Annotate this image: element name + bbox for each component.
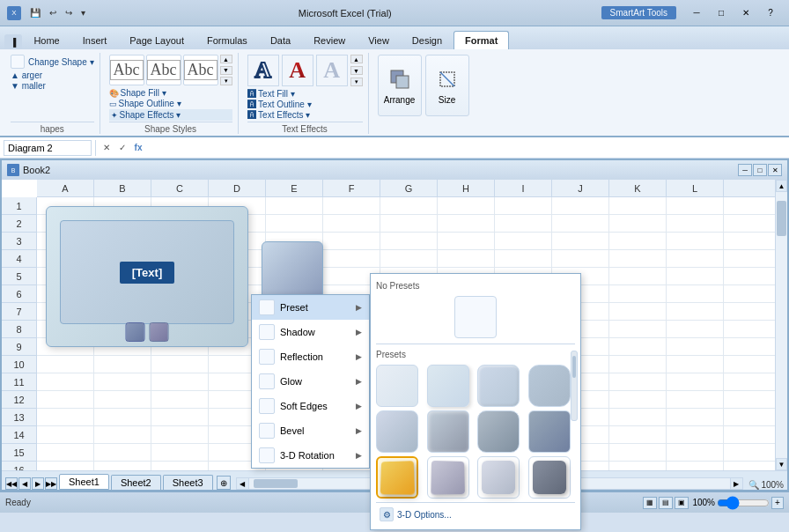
col-header-F[interactable]: F <box>323 180 380 197</box>
row-4[interactable]: 4 <box>2 250 36 268</box>
col-header-G[interactable]: G <box>380 180 438 197</box>
scroll-thumb[interactable] <box>777 201 786 236</box>
menu-item-bevel[interactable]: Bevel ▶ <box>252 418 369 443</box>
menu-item-preset[interactable]: Preset ▶ <box>252 295 369 320</box>
shape-fill-button[interactable]: 🎨 Shape Fill ▾ <box>109 88 232 98</box>
preset-item-10[interactable] <box>427 456 469 499</box>
wordart-item-1[interactable]: A <box>247 55 279 86</box>
tab-format[interactable]: Format <box>453 31 509 49</box>
book-maximize[interactable]: □ <box>753 164 767 176</box>
maximize-button[interactable]: □ <box>710 5 733 21</box>
larger-btn[interactable]: ▲ arger <box>11 70 94 80</box>
scroll-track[interactable] <box>776 192 787 458</box>
insert-function-icon[interactable]: fx <box>131 141 145 155</box>
col-header-K[interactable]: K <box>609 180 667 197</box>
preset-item-1[interactable] <box>376 365 418 407</box>
row-9[interactable]: 9 <box>2 338 36 356</box>
col-header-B[interactable]: B <box>94 180 151 197</box>
menu-item-shadow[interactable]: Shadow ▶ <box>252 320 369 344</box>
help-button[interactable]: ? <box>759 5 782 21</box>
scroll-up-arrow[interactable]: ▲ <box>776 180 787 192</box>
smaller-btn[interactable]: ▼ maller <box>11 81 94 91</box>
row-7[interactable]: 7 <box>2 303 36 321</box>
sheet-tab-2[interactable]: Sheet2 <box>111 475 161 490</box>
wordart-scroll-more[interactable]: ▾ <box>350 78 363 86</box>
style-box-3[interactable]: Abc <box>183 55 218 85</box>
row-12[interactable]: 12 <box>2 391 36 409</box>
minimize-button[interactable]: ─ <box>685 5 708 21</box>
row-14[interactable]: 14 <box>2 426 36 444</box>
wordart-scroll-up[interactable]: ▲ <box>350 55 363 63</box>
menu-item-soft-edges[interactable]: Soft Edges ▶ <box>252 394 369 418</box>
change-shape-button[interactable]: Change Shape ▾ <box>28 57 94 67</box>
text-outline-button[interactable]: 🅰 Text Outline ▾ <box>247 100 363 109</box>
zoom-slider[interactable] <box>717 499 770 507</box>
h-scroll-thumb[interactable] <box>254 479 298 488</box>
row-3[interactable]: 3 <box>2 233 36 250</box>
confirm-formula-icon[interactable]: ✓ <box>115 141 129 155</box>
col-header-E[interactable]: E <box>266 180 323 197</box>
col-header-D[interactable]: D <box>209 180 266 197</box>
book-close[interactable]: ✕ <box>768 164 782 176</box>
scroll-down-arrow[interactable]: ▼ <box>776 458 787 470</box>
h-scroll-left[interactable]: ◀ <box>237 478 249 489</box>
preset-item-7[interactable] <box>477 410 520 453</box>
nav-last[interactable]: ▶▶ <box>45 477 57 490</box>
wordart-item-2[interactable]: A <box>282 55 313 86</box>
preset-empty-box[interactable] <box>454 296 497 338</box>
col-header-J[interactable]: J <box>552 180 609 197</box>
preset-item-11[interactable] <box>477 456 520 499</box>
style-box-1[interactable]: Abc <box>109 55 144 85</box>
row-1[interactable]: 1 <box>2 197 36 215</box>
shape-outline-button[interactable]: ▭ Shape Outline ▾ <box>109 99 232 108</box>
zoom-in-btn[interactable]: + <box>771 497 784 509</box>
preset-item-12[interactable] <box>528 456 571 499</box>
text-effects-button[interactable]: 🅰 Text Effects ▾ <box>247 110 363 120</box>
col-header-H[interactable]: H <box>438 180 495 197</box>
close-button[interactable]: ✕ <box>734 5 757 21</box>
tab-design[interactable]: Design <box>401 31 453 49</box>
nav-first[interactable]: ◀◀ <box>5 477 18 490</box>
nav-prev[interactable]: ◀ <box>18 477 31 490</box>
style-scroll-up[interactable]: ▲ <box>220 55 232 63</box>
h-scroll-right[interactable]: ▶ <box>730 478 742 489</box>
redo-quick-btn[interactable]: ↪ <box>62 6 76 19</box>
nav-next[interactable]: ▶ <box>32 477 44 490</box>
smartart-diagram[interactable]: [Text] <box>46 206 248 347</box>
normal-view-btn[interactable]: ▦ <box>643 497 657 509</box>
preset-item-3[interactable] <box>477 365 520 407</box>
row-5[interactable]: 5 <box>2 268 36 285</box>
tab-review[interactable]: Review <box>302 31 357 49</box>
row-15[interactable]: 15 <box>2 444 36 462</box>
tab-view[interactable]: View <box>357 31 401 49</box>
row-11[interactable]: 11 <box>2 373 36 391</box>
page-break-btn[interactable]: ▣ <box>675 497 689 509</box>
preset-item-2[interactable] <box>427 365 469 407</box>
tab-insert[interactable]: Insert <box>71 31 119 49</box>
name-box[interactable] <box>4 140 92 156</box>
sheet-tab-3[interactable]: Sheet3 <box>163 475 213 490</box>
row-13[interactable]: 13 <box>2 409 36 426</box>
presets-scroll-thumb[interactable] <box>572 356 576 378</box>
sheet-tab-1[interactable]: Sheet1 <box>59 474 109 490</box>
row-8[interactable]: 8 <box>2 321 36 338</box>
style-box-2[interactable]: Abc <box>146 55 181 85</box>
preset-item-8[interactable] <box>528 410 571 453</box>
save-quick-btn[interactable]: 💾 <box>26 6 44 19</box>
row-6[interactable]: 6 <box>2 285 36 303</box>
size-button[interactable]: Size <box>425 55 469 116</box>
presets-scrollbar[interactable] <box>571 351 578 421</box>
wordart-scroll-down[interactable]: ▼ <box>350 66 363 75</box>
dropdown-quick-btn[interactable]: ▾ <box>77 6 89 19</box>
undo-quick-btn[interactable]: ↩ <box>46 6 60 19</box>
wordart-item-3[interactable]: A <box>316 55 348 86</box>
col-header-I[interactable]: I <box>495 180 552 197</box>
row-2[interactable]: 2 <box>2 215 36 233</box>
menu-item-reflection[interactable]: Reflection ▶ <box>252 344 369 369</box>
col-header-L[interactable]: L <box>667 180 724 197</box>
style-scroll-down[interactable]: ▼ <box>220 66 232 75</box>
3d-options-button[interactable]: ⚙ 3-D Options... <box>376 505 575 524</box>
tab-home[interactable]: Home <box>22 31 70 49</box>
page-view-btn[interactable]: ▤ <box>659 497 673 509</box>
shape-effects-button[interactable]: ✦ Shape Effects ▾ <box>109 109 232 121</box>
